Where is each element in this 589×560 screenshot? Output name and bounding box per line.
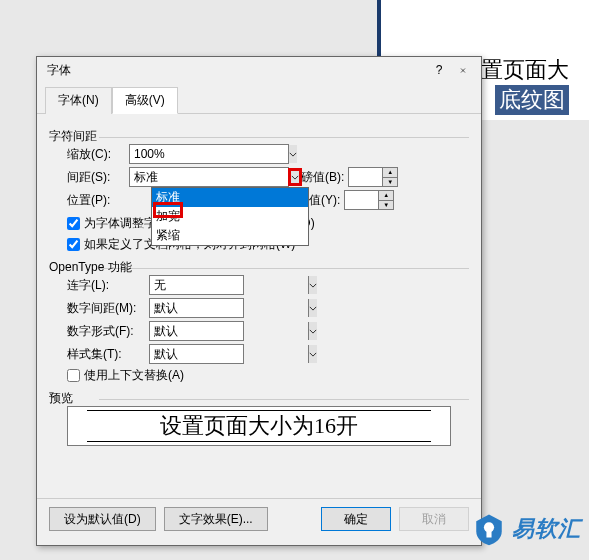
watermark: 易软汇 xyxy=(472,512,581,546)
chevron-down-icon[interactable] xyxy=(308,276,317,294)
spacing-dropdown-list: 标准 加宽 紧缩 xyxy=(151,187,309,246)
doc-bg-line2: 底纹图 xyxy=(495,85,569,115)
ligature-label: 连字(L): xyxy=(67,277,145,294)
tab-font[interactable]: 字体(N) xyxy=(45,87,112,114)
position-pt-spinner[interactable]: ▲▼ xyxy=(344,190,394,210)
titlebar: 字体 ? xyxy=(37,57,481,83)
position-label: 位置(P): xyxy=(67,192,125,209)
help-button[interactable]: ? xyxy=(427,60,451,80)
close-icon xyxy=(459,68,467,73)
dropdown-opt-condensed[interactable]: 紧缩 xyxy=(152,226,308,245)
contextual-label: 使用上下文替换(A) xyxy=(84,367,184,384)
styleset-label: 样式集(T): xyxy=(67,346,145,363)
spacing-pt-spinner[interactable]: ▲▼ xyxy=(348,167,398,187)
chevron-down-icon[interactable] xyxy=(308,345,317,363)
scale-input[interactable] xyxy=(130,145,288,163)
spin-down-icon[interactable]: ▼ xyxy=(379,201,393,210)
spin-up-icon[interactable]: ▲ xyxy=(379,191,393,201)
numspacing-combo[interactable] xyxy=(149,298,244,318)
text-effects-button[interactable]: 文字效果(E)... xyxy=(164,507,268,531)
chevron-down-icon[interactable] xyxy=(308,299,317,317)
grid-checkbox[interactable] xyxy=(67,238,80,251)
scale-combo[interactable] xyxy=(129,144,289,164)
font-dialog: 字体 ? 字体(N) 高级(V) 字符间距 缩放(C): 间距(S): 磅值(B… xyxy=(36,56,482,546)
preview-box: 设置页面大小为16开 xyxy=(67,406,451,446)
numform-input[interactable] xyxy=(150,322,308,340)
spacing-pt-input[interactable] xyxy=(349,168,382,186)
tab-advanced[interactable]: 高级(V) xyxy=(112,87,178,114)
styleset-combo[interactable] xyxy=(149,344,244,364)
spacing-combo[interactable] xyxy=(129,167,289,187)
button-bar: 设为默认值(D) 文字效果(E)... 确定 取消 xyxy=(37,498,481,539)
spin-up-icon[interactable]: ▲ xyxy=(383,168,397,178)
dialog-title: 字体 xyxy=(43,62,427,79)
svg-rect-1 xyxy=(486,531,491,538)
tab-bar: 字体(N) 高级(V) xyxy=(37,83,481,114)
dropdown-opt-standard[interactable]: 标准 xyxy=(152,188,308,207)
chevron-down-icon[interactable] xyxy=(308,322,317,340)
ligature-combo[interactable] xyxy=(149,275,244,295)
ligature-input[interactable] xyxy=(150,276,308,294)
numform-label: 数字形式(F): xyxy=(67,323,145,340)
spacing-input[interactable] xyxy=(130,168,288,186)
styleset-input[interactable] xyxy=(150,345,308,363)
scale-label: 缩放(C): xyxy=(67,146,125,163)
set-default-button[interactable]: 设为默认值(D) xyxy=(49,507,156,531)
kerning-checkbox[interactable] xyxy=(67,217,80,230)
position-pt-input[interactable] xyxy=(345,191,378,209)
dropdown-opt-expanded[interactable]: 加宽 xyxy=(152,207,308,226)
chevron-down-icon[interactable] xyxy=(288,145,297,163)
cancel-button[interactable]: 取消 xyxy=(399,507,469,531)
close-button[interactable] xyxy=(451,60,475,80)
preview-text: 设置页面大小为16开 xyxy=(87,410,431,442)
spacing-label: 间距(S): xyxy=(67,169,125,186)
contextual-checkbox[interactable] xyxy=(67,369,80,382)
numspacing-input[interactable] xyxy=(150,299,308,317)
watermark-text: 易软汇 xyxy=(512,514,581,544)
ok-button[interactable]: 确定 xyxy=(321,507,391,531)
spacing-dropdown-button[interactable] xyxy=(288,168,302,186)
spacing-pt-label: 磅值(B): xyxy=(301,169,344,186)
spin-down-icon[interactable]: ▼ xyxy=(383,178,397,187)
watermark-icon xyxy=(472,512,506,546)
numspacing-label: 数字间距(M): xyxy=(67,300,145,317)
numform-combo[interactable] xyxy=(149,321,244,341)
